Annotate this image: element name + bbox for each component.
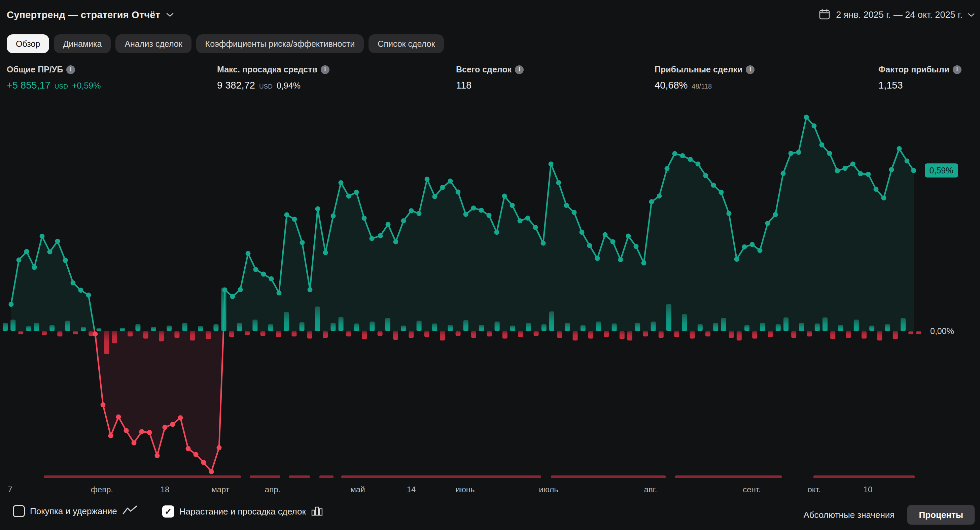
x-axis-tick[interactable]: май — [350, 485, 365, 494]
trade-bar-loss[interactable] — [456, 331, 461, 336]
tab-performance[interactable]: Динамика — [54, 34, 111, 53]
data-point[interactable] — [201, 460, 206, 465]
data-point[interactable] — [634, 244, 639, 249]
info-icon[interactable]: i — [953, 65, 961, 74]
trade-bar-loss[interactable] — [846, 331, 851, 338]
trade-bar-loss[interactable] — [393, 331, 398, 340]
trade-bar-profit[interactable] — [698, 324, 703, 331]
data-point[interactable] — [369, 236, 375, 241]
data-point[interactable] — [912, 168, 916, 173]
data-point[interactable] — [564, 203, 569, 208]
x-axis-tick[interactable]: 18 — [161, 485, 170, 494]
trade-bar-profit[interactable] — [96, 328, 101, 331]
data-point[interactable] — [649, 200, 654, 204]
trade-bar-loss[interactable] — [18, 331, 23, 334]
trade-bar-profit[interactable] — [651, 322, 656, 331]
data-point[interactable] — [703, 173, 708, 178]
data-point[interactable] — [323, 250, 328, 255]
data-point[interactable] — [100, 402, 106, 407]
info-icon[interactable]: i — [321, 65, 329, 74]
trade-bar-loss[interactable] — [229, 331, 234, 337]
data-point[interactable] — [881, 195, 886, 200]
trade-bar-loss[interactable] — [705, 331, 710, 336]
data-point[interactable] — [230, 294, 235, 299]
data-point[interactable] — [71, 281, 76, 286]
trade-bar-loss[interactable] — [893, 331, 898, 339]
data-point[interactable] — [24, 249, 29, 254]
data-point[interactable] — [495, 230, 500, 235]
trade-bar-loss[interactable] — [752, 331, 757, 339]
data-point[interactable] — [843, 166, 848, 171]
trade-bar-loss[interactable] — [440, 331, 445, 340]
trade-bar-loss[interactable] — [291, 331, 296, 336]
data-point[interactable] — [238, 287, 243, 292]
buy-hold-toggle[interactable]: Покупка и удержание — [13, 505, 138, 517]
trade-bar-profit[interactable] — [354, 323, 359, 331]
trade-bar-loss[interactable] — [307, 331, 312, 339]
trade-bar-profit[interactable] — [463, 320, 468, 331]
x-axis-tick[interactable]: авг. — [644, 485, 657, 494]
trade-bar-loss[interactable] — [659, 331, 663, 338]
data-point[interactable] — [269, 276, 274, 281]
data-point[interactable] — [86, 293, 91, 298]
data-point[interactable] — [40, 234, 45, 239]
data-point[interactable] — [587, 243, 592, 248]
data-point[interactable] — [108, 433, 113, 438]
trade-bar-profit[interactable] — [151, 327, 156, 331]
data-point[interactable] — [533, 225, 538, 230]
data-point[interactable] — [549, 161, 554, 166]
data-point[interactable] — [695, 161, 701, 166]
trade-bar-loss[interactable] — [471, 331, 476, 338]
trade-bar-loss[interactable] — [737, 331, 742, 340]
data-point[interactable] — [209, 469, 214, 474]
data-point[interactable] — [719, 190, 724, 195]
trade-bar-profit[interactable] — [3, 323, 8, 331]
data-point[interactable] — [186, 446, 191, 451]
trade-bar-profit[interactable] — [401, 326, 406, 331]
data-point[interactable] — [433, 194, 438, 199]
data-point[interactable] — [734, 257, 740, 262]
trade-bar-loss[interactable] — [112, 331, 117, 343]
data-point[interactable] — [579, 230, 585, 235]
trade-bar-profit[interactable] — [432, 323, 437, 331]
data-point[interactable] — [858, 171, 863, 176]
data-point[interactable] — [277, 290, 282, 295]
data-point[interactable] — [750, 242, 755, 247]
trade-bar-loss[interactable] — [42, 331, 47, 335]
data-point[interactable] — [595, 256, 600, 261]
data-point[interactable] — [641, 261, 646, 266]
cumulative-drawdown-toggle[interactable]: ✓ Нарастание и просадка сделок — [162, 505, 323, 518]
trade-bar-profit[interactable] — [65, 321, 70, 331]
data-point[interactable] — [665, 166, 670, 171]
trade-bar-profit[interactable] — [315, 307, 320, 331]
trade-bar-loss[interactable] — [409, 331, 414, 338]
trade-bar-profit[interactable] — [526, 323, 531, 331]
data-point[interactable] — [78, 287, 83, 293]
trade-bar-loss[interactable] — [57, 331, 62, 336]
data-point[interactable] — [116, 415, 121, 420]
data-point[interactable] — [905, 159, 910, 164]
data-point[interactable] — [773, 212, 778, 217]
trade-bar-profit[interactable] — [581, 325, 585, 331]
trade-bar-profit[interactable] — [854, 319, 859, 331]
data-point[interactable] — [479, 208, 484, 213]
data-point[interactable] — [827, 151, 832, 156]
absolute-values-button[interactable]: Абсолютные значения — [803, 510, 894, 520]
data-point[interactable] — [162, 425, 168, 430]
info-icon[interactable]: i — [66, 65, 75, 74]
trade-bar-profit[interactable] — [815, 323, 820, 331]
trade-bar-loss[interactable] — [830, 331, 835, 339]
trade-bar-profit[interactable] — [385, 318, 390, 331]
trade-bar-profit[interactable] — [635, 323, 640, 331]
trade-bar-loss[interactable] — [908, 331, 913, 334]
checkbox-unchecked[interactable] — [13, 505, 25, 517]
trade-bar-profit[interactable] — [713, 323, 718, 331]
data-point[interactable] — [308, 287, 313, 292]
date-range-picker[interactable]: 2 янв. 2025 г. — 24 окт. 2025 г. — [818, 8, 975, 22]
trade-bar-profit[interactable] — [495, 322, 500, 331]
data-point[interactable] — [765, 221, 770, 226]
trade-bar-profit[interactable] — [745, 325, 749, 331]
data-point[interactable] — [463, 212, 468, 217]
trade-bar-loss[interactable] — [557, 331, 562, 338]
trade-bar-profit[interactable] — [776, 324, 781, 331]
